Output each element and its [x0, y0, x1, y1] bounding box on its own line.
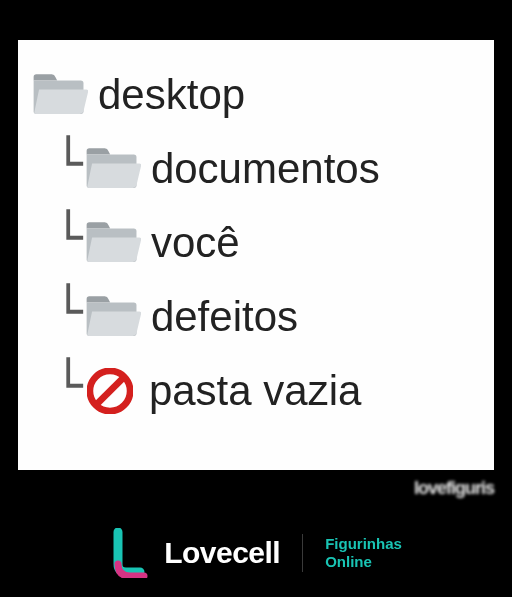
- svg-line-1: [97, 379, 122, 404]
- tree-row-child: └ defeitos: [54, 280, 482, 354]
- folder-open-icon: [83, 145, 141, 193]
- brand-name: Lovecell: [164, 536, 280, 570]
- footer-bar: Lovecell Figurinhas Online: [0, 509, 512, 597]
- tree-row-root: desktop: [30, 58, 482, 132]
- tree-label-root: desktop: [98, 71, 245, 119]
- prohibited-icon: [87, 368, 133, 414]
- tree-label: você: [151, 219, 240, 267]
- footer-tagline: Figurinhas Online: [325, 535, 402, 571]
- tree-row-child: └ você: [54, 206, 482, 280]
- lovecell-logo-icon: [110, 528, 152, 578]
- watermark-text: lovefiguris: [414, 478, 494, 499]
- tree-label: documentos: [151, 145, 380, 193]
- tree-row-child: └ documentos: [54, 132, 482, 206]
- tagline-line: Online: [325, 553, 402, 571]
- tree-elbow-icon: └: [54, 371, 81, 400]
- tree-row-child: └ pasta vazia: [54, 354, 482, 428]
- meme-image-panel: desktop └ documentos └ você └ defeitos └: [18, 40, 494, 470]
- folder-open-icon: [83, 219, 141, 267]
- tree-elbow-icon: └: [54, 223, 81, 252]
- tree-elbow-icon: └: [54, 297, 81, 326]
- folder-open-icon: [30, 71, 88, 119]
- tree-label: defeitos: [151, 293, 298, 341]
- footer-divider: [302, 534, 303, 572]
- folder-open-icon: [83, 293, 141, 341]
- tagline-line: Figurinhas: [325, 535, 402, 553]
- tree-label: pasta vazia: [149, 367, 361, 415]
- tree-elbow-icon: └: [54, 149, 81, 178]
